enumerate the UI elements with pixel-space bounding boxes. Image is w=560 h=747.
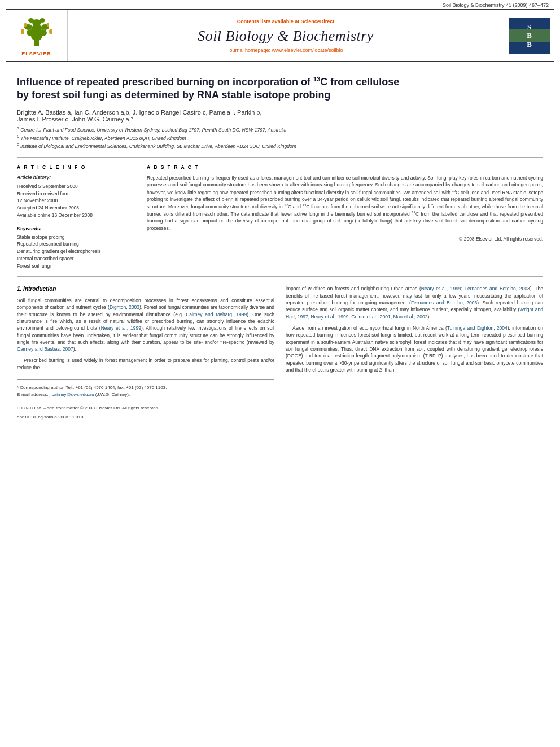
section1-title: 1. Introduction [17, 285, 274, 294]
accepted-date: Accepted 24 November 2008 [17, 204, 126, 212]
received-date: Received 5 September 2008 [17, 183, 126, 190]
intro-paragraph-2: Prescribed burning is used widely in for… [17, 357, 274, 371]
body-left-column: 1. Introduction Soil fungal communities … [17, 285, 274, 420]
journal-homepage: journal homepage: www.elsevier.com/locat… [228, 47, 343, 53]
svg-point-11 [49, 29, 53, 34]
elsevier-tree-icon [14, 15, 59, 49]
header-right-logo: SBB [504, 10, 554, 61]
copyright-text: © 2008 Elsevier Ltd. All rights reserved… [147, 236, 543, 242]
affiliations: a Centre for Plant and Food Science, Uni… [17, 125, 543, 150]
email-address: E-mail address: j.cairney@uws.edu.au (J.… [17, 391, 274, 398]
abstract-text: Repeated prescribed burning is frequentl… [147, 174, 543, 231]
svg-point-12 [24, 23, 27, 27]
article-history-label: Article history: [17, 174, 126, 180]
body-content: 1. Introduction Soil fungal communities … [17, 285, 543, 420]
authors: Brigitte A. Bastias a, Ian C. Anderson a… [17, 109, 543, 123]
svg-rect-0 [34, 40, 39, 46]
body-right-column: impact of wildfires on forests and neigh… [286, 285, 543, 420]
body-right-para2: Aside from an investigation of ectomycor… [286, 325, 543, 373]
available-date: Available online 16 December 2008 [17, 212, 126, 219]
journal-title: Soil Biology & Biochemistry [198, 28, 374, 45]
keyword-5: Forest soil fungi [17, 263, 126, 270]
received-revised-date: 12 November 2008 [17, 197, 126, 204]
page-wrapper: Soil Biology & Biochemistry 41 (2009) 46… [0, 0, 560, 429]
corresponding-author-note: * Corresponding author. Tel.: +61 (02) 4… [17, 385, 274, 391]
top-bar: Soil Biology & Biochemistry 41 (2009) 46… [0, 0, 560, 9]
abstract-header: A B S T R A C T [147, 164, 543, 170]
article-info-column: A R T I C L E I N F O Article history: R… [17, 164, 135, 270]
elsevier-logo-section: ELSEVIER [6, 10, 68, 61]
email-link[interactable]: j.cairney@uws.edu.au [50, 392, 94, 397]
keywords-label: Keywords: [17, 226, 126, 231]
abstract-column: A B S T R A C T Repeated prescribed burn… [147, 164, 543, 270]
svg-point-10 [21, 29, 24, 34]
journal-header: ELSEVIER Contents lists available at Sci… [6, 9, 554, 62]
affiliation-b: The Macaulay Institute, Craigiebuckler, … [20, 135, 186, 141]
journal-reference: Soil Biology & Biochemistry 41 (2009) 46… [443, 2, 549, 8]
header-center: Contents lists available at ScienceDirec… [68, 10, 504, 61]
body-right-para1: impact of wildfires on forests and neigh… [286, 285, 543, 320]
article-content: Influence of repeated prescribed burning… [0, 62, 560, 429]
keyword-3: Denaturing gradient gel electrophoresis [17, 248, 126, 255]
svg-point-8 [28, 18, 34, 23]
keyword-2: Repeated prescribed burning [17, 241, 126, 248]
affiliation-a: Centre for Plant and Food Science, Unive… [20, 127, 286, 133]
logo-letters: SBB [527, 23, 532, 49]
footnote-section: * Corresponding author. Tel.: +61 (02) 4… [17, 379, 274, 420]
keywords-section: Keywords: Stable isotope probing Repeate… [17, 226, 126, 270]
elsevier-label: ELSEVIER [21, 51, 51, 56]
article-title: Influence of repeated prescribed burning… [17, 75, 543, 102]
affiliation-c: Institute of Biological and Environmenta… [20, 143, 296, 149]
doi-line: doi:10.1016/j.soilbio.2008.11.018 [17, 414, 274, 421]
intro-paragraph-1: Soil fungal communities are central to d… [17, 297, 274, 353]
sciencedirect-name[interactable]: ScienceDirect [301, 19, 335, 24]
article-info-header: A R T I C L E I N F O [17, 164, 126, 170]
copyright-footer: 0038-0717/$ – see front matter © 2008 El… [17, 405, 274, 412]
sciencedirect-link: Contents lists available at ScienceDirec… [237, 19, 335, 24]
svg-point-9 [40, 18, 45, 23]
keyword-1: Stable isotope probing [17, 234, 126, 241]
keyword-4: Internal transcribed spacer [17, 255, 126, 263]
journal-logo-box: SBB [509, 18, 550, 54]
article-info-abstract-section: A R T I C L E I N F O Article history: R… [17, 157, 543, 277]
svg-point-13 [47, 23, 49, 27]
homepage-url[interactable]: www.elsevier.com/locate/soilbio [272, 47, 343, 53]
received-revised-label: Received in revised form [17, 190, 126, 198]
